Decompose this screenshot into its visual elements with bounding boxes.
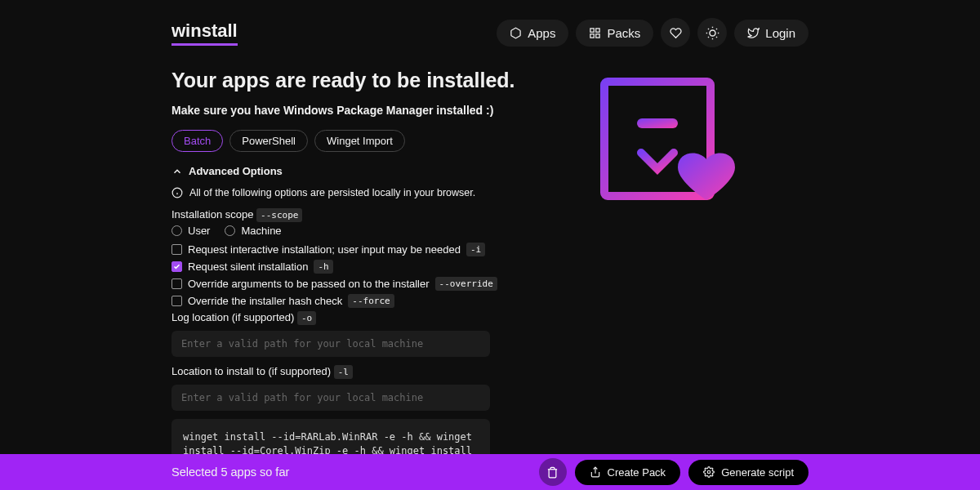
nav-packs[interactable]: Packs	[576, 20, 653, 47]
nav-apps[interactable]: Apps	[497, 20, 568, 47]
svg-rect-2	[596, 33, 599, 37]
check-icon	[173, 263, 180, 270]
scope-machine-radio[interactable]: Machine	[225, 225, 281, 237]
svg-rect-3	[590, 33, 594, 37]
nav-apps-label: Apps	[528, 26, 555, 40]
interactive-label: Request interactive installation; user i…	[188, 243, 461, 256]
tab-batch[interactable]: Batch	[172, 130, 223, 152]
silent-label: Request silent installation	[188, 261, 308, 273]
install-path-input[interactable]	[172, 385, 490, 411]
log-label: Log location (if supported)	[172, 311, 294, 323]
tab-winget-import[interactable]: Winget Import	[314, 130, 405, 152]
theme-toggle[interactable]	[697, 18, 727, 47]
generate-script-button[interactable]: Generate script	[688, 460, 808, 485]
brand-logo[interactable]: winstall	[172, 20, 238, 46]
flag-force: --force	[348, 294, 394, 308]
persist-info-text: All of the following options are persist…	[189, 187, 475, 198]
svg-line-7	[708, 28, 709, 29]
tab-powershell[interactable]: PowerShell	[229, 130, 308, 152]
main-nav: Apps Packs Login	[497, 18, 808, 47]
radio-icon	[225, 225, 235, 236]
log-label-row: Log location (if supported) -o	[172, 311, 808, 323]
scope-label: Installation scope	[172, 208, 253, 220]
sun-icon	[706, 26, 719, 40]
force-checkbox[interactable]	[172, 296, 182, 306]
flag-o: -o	[297, 311, 316, 325]
svg-point-4	[710, 29, 715, 35]
radio-icon	[172, 225, 182, 236]
flag-l: -l	[334, 365, 353, 379]
svg-rect-0	[590, 28, 594, 31]
install-loc-label: Location to install to (if supported)	[172, 365, 331, 377]
info-icon	[172, 187, 183, 198]
trash-icon	[546, 466, 559, 479]
install-loc-label-row: Location to install to (if supported) -l	[172, 365, 808, 377]
package-icon	[510, 27, 522, 39]
flag-h: -h	[314, 260, 332, 274]
scope-user-label: User	[188, 225, 210, 237]
silent-checkbox[interactable]	[172, 261, 182, 272]
flag-override: --override	[435, 277, 497, 291]
nav-packs-label: Packs	[607, 26, 640, 40]
scope-machine-label: Machine	[241, 225, 281, 237]
log-path-input[interactable]	[172, 331, 490, 357]
svg-line-11	[708, 37, 709, 38]
svg-rect-20	[637, 118, 678, 128]
svg-line-12	[716, 28, 717, 29]
share-icon	[590, 466, 601, 478]
box-heart-illustration	[588, 61, 751, 225]
svg-rect-1	[596, 28, 599, 31]
gear-icon	[703, 466, 715, 478]
scope-flag: --scope	[256, 208, 302, 222]
nav-login[interactable]: Login	[734, 20, 808, 47]
svg-line-8	[716, 37, 717, 38]
force-label: Override the installer hash check	[188, 295, 342, 307]
override-checkbox[interactable]	[172, 278, 182, 289]
selection-count: Selected 5 apps so far	[172, 466, 289, 479]
nav-login-label: Login	[765, 26, 795, 40]
advanced-options-label: Advanced Options	[189, 165, 283, 177]
chevron-up-icon	[172, 166, 183, 177]
grid-icon	[589, 27, 601, 39]
create-pack-label: Create Pack	[608, 466, 666, 479]
override-label: Override arguments to be passed on to th…	[188, 278, 430, 290]
svg-point-23	[707, 470, 710, 474]
nav-favorites[interactable]	[661, 18, 690, 47]
scope-user-radio[interactable]: User	[172, 225, 210, 237]
selection-bar: Selected 5 apps so far Create Pack Gener…	[0, 454, 980, 490]
twitter-icon	[747, 27, 760, 39]
generate-script-label: Generate script	[721, 466, 794, 479]
clear-selection-button[interactable]	[539, 458, 567, 486]
interactive-checkbox[interactable]	[172, 244, 182, 255]
create-pack-button[interactable]: Create Pack	[575, 460, 681, 485]
heart-icon	[670, 27, 682, 39]
flag-i: -i	[466, 243, 485, 256]
